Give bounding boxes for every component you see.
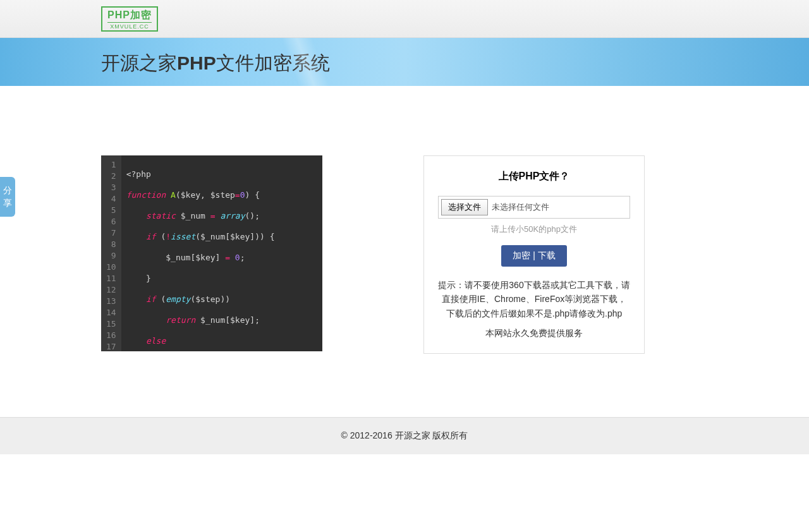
upload-title: 上传PHP文件？ bbox=[438, 170, 630, 183]
upload-hint: 请上传小50K的php文件 bbox=[438, 224, 630, 235]
copyright: © 2012-2016 开源之家 版权所有 bbox=[341, 430, 468, 440]
line-numbers: 1234567891011121314151617 bbox=[101, 155, 121, 351]
logo[interactable]: PHP加密 XMVULE.CC bbox=[101, 6, 158, 32]
code-body: <?php function A($key, $step=0) { static… bbox=[121, 155, 319, 351]
free-service-text: 本网站永久免费提供服务 bbox=[438, 328, 630, 339]
share-tab[interactable]: 分 享 bbox=[0, 177, 15, 217]
file-input-row[interactable]: 选择文件 未选择任何文件 bbox=[438, 196, 630, 219]
encrypt-download-button[interactable]: 加密 | 下载 bbox=[501, 245, 566, 267]
footer: © 2012-2016 开源之家 版权所有 bbox=[0, 417, 809, 454]
page-title: 开源之家PHP文件加密系统 bbox=[101, 38, 708, 76]
logo-sub: XMVULE.CC bbox=[107, 22, 152, 30]
hero-banner: 开源之家PHP文件加密系统 bbox=[0, 38, 809, 86]
topbar: PHP加密 XMVULE.CC bbox=[0, 0, 809, 38]
upload-panel: 上传PHP文件？ 选择文件 未选择任何文件 请上传小50K的php文件 加密 |… bbox=[423, 155, 645, 354]
file-status-text: 未选择任何文件 bbox=[488, 202, 549, 213]
code-preview: 1234567891011121314151617 <?php function… bbox=[101, 155, 322, 351]
choose-file-button[interactable]: 选择文件 bbox=[441, 199, 488, 215]
download-tip: 提示：请不要使用360下载器或其它工具下载，请直接使用IE、Chrome、Fir… bbox=[438, 278, 630, 320]
logo-main: PHP加密 bbox=[107, 9, 152, 22]
